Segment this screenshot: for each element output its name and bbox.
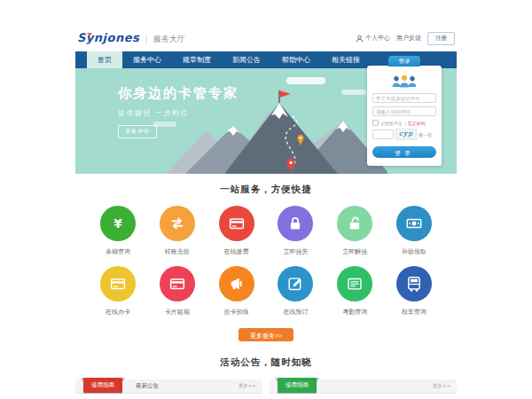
banknote-icon [404,214,424,233]
service-circle: ¥ [100,206,136,241]
service-item-7[interactable]: 卡片延期 [156,266,199,317]
service-label: 立即挂失 [274,247,317,256]
panel-header: 使用指南最新公告更多>> [75,379,262,394]
service-label: 校车查询 [393,308,435,317]
feedback-link[interactable]: 用户反馈 [396,34,421,43]
site-name: 服务大厅 [153,34,185,45]
bus-icon [404,274,424,293]
announcements-section: 活动公告，随时知晓 使用指南最新公告更多>>使用指南更多>> [75,356,457,399]
nav-item-2[interactable]: 规章制度 [172,51,222,68]
service-label: 立即解挂 [333,247,376,256]
service-item-2[interactable]: 在线缴费 [215,206,258,256]
announcements-title: 活动公告，随时知晓 [75,356,457,369]
service-item-6[interactable]: 在线办卡 [97,266,139,317]
register-button[interactable]: 注册 [427,32,455,45]
remember-checkbox[interactable] [372,120,379,126]
services-grid: ¥余额查询转账充值在线缴费立即挂失立即解挂补助领取在线办卡卡片延期拾卡招领在线预… [75,206,457,317]
service-circle [278,266,313,301]
unlock-icon [345,214,364,233]
top-header: Synjones ➤ | 服务大厅 个人中心 用户反馈 注册 [75,25,457,51]
nav-item-1[interactable]: 服务中心 [122,51,172,68]
service-item-3[interactable]: 立即挂失 [274,206,317,256]
panel-body [270,394,457,399]
panel-tab[interactable]: 最新公告 [136,382,159,390]
announcement-panel-0: 使用指南最新公告更多>> [75,379,262,399]
user-icon [356,35,364,43]
options-divider: | [404,121,406,126]
service-item-1[interactable]: 转账充值 [156,206,199,256]
panel-header: 使用指南更多>> [270,379,457,394]
logo[interactable]: Synjones ➤ | 服务大厅 [77,31,185,45]
users-icon [388,74,420,89]
hero-subtitle: 提供捷径 一步到位 [118,108,239,118]
remember-label: 记住用户名 [380,121,403,126]
services-row-0: ¥余额查询转账充值在线缴费立即挂失立即解挂补助领取 [75,206,457,256]
lock-icon [286,214,305,233]
card-icon [108,274,128,293]
yen-icon: ¥ [108,214,128,233]
profile-link[interactable]: 个人中心 [356,34,390,43]
page: Synjones ➤ | 服务大厅 个人中心 用户反馈 注册 [0,0,532,399]
captcha-row: cyp 换一张 [372,129,436,140]
header-links: 个人中心 用户反馈 注册 [356,32,455,45]
service-circle [396,206,432,241]
hero-title: 你身边的卡管专家 [118,85,239,102]
header-divider: | [145,34,147,43]
password-input[interactable] [372,106,436,116]
megaphone-icon [227,274,246,293]
announcement-panels: 使用指南最新公告更多>>使用指南更多>> [75,379,457,399]
service-item-8[interactable]: 拾卡招领 [215,266,258,317]
service-circle [337,266,372,301]
site-container: Synjones ➤ | 服务大厅 个人中心 用户反馈 注册 [75,25,457,399]
service-label: 卡片延期 [156,308,199,317]
services-title: 一站服务，方便快捷 [75,184,457,196]
svg-text:¥: ¥ [113,216,122,231]
service-circle [219,266,254,301]
service-circle [100,266,136,301]
hero-copy: 你身边的卡管专家 提供捷径 一步到位 查看详情 [118,85,239,138]
panel-ribbon[interactable]: 使用指南 [278,378,317,393]
card-icon [168,274,187,293]
service-circle [396,266,432,301]
service-circle [219,206,254,241]
service-item-4[interactable]: 立即解挂 [333,206,376,256]
service-label: 补助领取 [393,247,435,256]
panel-ribbon[interactable]: 使用指南 [83,378,122,393]
nav-item-5[interactable]: 相关链接 [321,51,371,68]
edit-icon [286,274,305,293]
panel-more-link[interactable]: 更多>> [239,383,256,389]
service-item-11[interactable]: 校车查询 [393,266,435,317]
panel-body [75,394,262,399]
panel-more-link[interactable]: 更多>> [433,383,450,389]
services-section: 一站服务，方便快捷 ¥余额查询转账充值在线缴费立即挂失立即解挂补助领取在线办卡卡… [75,174,457,341]
list-icon [345,274,364,293]
service-label: 在线预订 [274,308,317,317]
service-circle [160,206,195,241]
nav-item-4[interactable]: 帮助中心 [271,51,321,68]
login-options: 记住用户名 | 忘记密码 [372,120,436,126]
nav-item-3[interactable]: 新闻公告 [222,51,271,68]
service-circle [278,206,313,241]
service-label: 在线办卡 [97,308,139,317]
login-submit-button[interactable]: 登录 [372,146,436,158]
login-tab[interactable]: 登录 [388,56,420,66]
nav-item-0[interactable]: 首页 [87,51,122,68]
service-item-5[interactable]: 补助领取 [393,206,435,256]
service-label: 考勤查询 [333,308,376,317]
service-label: 拾卡招领 [215,308,258,317]
service-item-10[interactable]: 考勤查询 [333,266,376,317]
transfer-icon [168,214,187,233]
more-services-button[interactable]: 更多服务>> [239,328,293,341]
service-label: 在线缴费 [215,247,258,256]
announcement-panel-1: 使用指南更多>> [270,379,457,399]
service-label: 转账充值 [156,247,199,256]
hero-detail-button[interactable]: 查看详情 [118,125,157,138]
forgot-password-link[interactable]: 忘记密码 [408,121,426,126]
captcha-input[interactable] [372,129,394,139]
captcha-image[interactable]: cyp [395,129,417,140]
captcha-refresh-link[interactable]: 换一张 [419,132,432,137]
service-item-0[interactable]: ¥余额查询 [97,206,139,256]
service-item-9[interactable]: 在线预订 [274,266,317,317]
username-input[interactable] [372,93,436,103]
service-circle [160,266,195,301]
